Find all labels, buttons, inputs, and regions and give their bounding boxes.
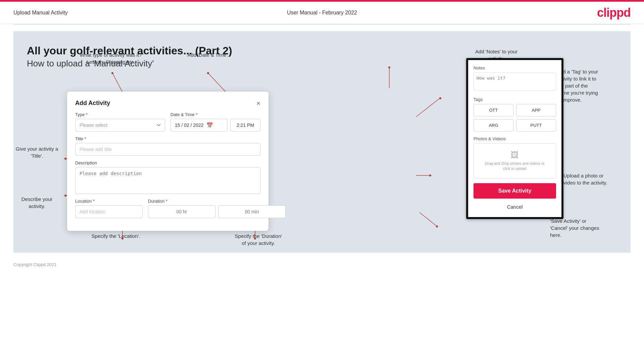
notes-textarea[interactable] bbox=[474, 72, 556, 91]
description-textarea[interactable] bbox=[75, 167, 260, 194]
page-title-header: Upload Manual Activity bbox=[13, 10, 68, 16]
type-label: Type * bbox=[75, 112, 165, 117]
save-activity-button[interactable]: Save Activity bbox=[474, 183, 556, 199]
upload-icon: 🖼 bbox=[481, 150, 549, 160]
footer: Copyright Clippd 2021 bbox=[0, 259, 644, 270]
type-select[interactable]: Please select bbox=[75, 119, 165, 132]
tags-label: Tags bbox=[474, 97, 556, 102]
location-input[interactable] bbox=[75, 205, 143, 218]
location-label: Location * bbox=[75, 199, 143, 204]
svg-point-17 bbox=[429, 174, 431, 176]
modal-close-button[interactable]: × bbox=[256, 100, 260, 107]
annotation-date-time: Add 'Date & Time'. bbox=[178, 51, 238, 58]
tags-section: Tags OTT APP ARG PUTT bbox=[474, 97, 556, 132]
modal-title: Add Activity bbox=[75, 100, 110, 107]
annotation-tag: Add a 'Tag' to your activity to link it … bbox=[557, 68, 631, 103]
minutes-input[interactable] bbox=[218, 205, 286, 218]
tags-grid: OTT APP ARG PUTT bbox=[474, 104, 556, 132]
description-group: Description bbox=[75, 160, 260, 194]
datetime-group: Date & Time * 15 / 02 / 2022 📅 bbox=[170, 112, 260, 132]
svg-point-7 bbox=[64, 195, 66, 197]
header: Upload Manual Activity User Manual - Feb… bbox=[0, 2, 644, 24]
description-label: Description bbox=[75, 160, 260, 165]
time-input[interactable] bbox=[230, 119, 260, 132]
annotation-activity-type: What type of activity was it? Lesson, Ch… bbox=[77, 51, 144, 65]
photos-upload-area[interactable]: 🖼 Drag and Drop photos and videos or cli… bbox=[474, 143, 556, 178]
annotation-save-cancel: 'Save Activity' or 'Cancel' your changes… bbox=[550, 217, 631, 239]
svg-point-19 bbox=[436, 225, 438, 227]
logo: clippd bbox=[597, 6, 631, 20]
svg-point-5 bbox=[64, 158, 66, 160]
type-datetime-row: Type * Please select Date & Time * 15 / … bbox=[75, 112, 260, 132]
svg-point-15 bbox=[439, 97, 441, 99]
main-content: All your golf-relevant activities... (Pa… bbox=[13, 31, 631, 253]
notes-label: Notes bbox=[474, 65, 556, 70]
manual-title: User Manual - February 2022 bbox=[287, 10, 357, 16]
photos-label: Photos & Videos bbox=[474, 136, 556, 141]
title-label: Title * bbox=[75, 136, 260, 141]
modal-header: Add Activity × bbox=[75, 100, 260, 107]
tag-app[interactable]: APP bbox=[516, 104, 556, 116]
calendar-icon: 📅 bbox=[206, 122, 213, 128]
datetime-label: Date & Time * bbox=[170, 112, 260, 117]
title-group: Title * bbox=[75, 136, 260, 156]
svg-point-1 bbox=[111, 72, 113, 74]
annotation-duration: Specify the 'Duration' of your activity. bbox=[221, 232, 295, 247]
cancel-button[interactable]: Cancel bbox=[474, 202, 556, 212]
header-divider bbox=[13, 24, 631, 24]
photos-section: Photos & Videos 🖼 Drag and Drop photos a… bbox=[474, 136, 556, 178]
duration-group: Duration * bbox=[148, 199, 286, 218]
duration-inputs bbox=[148, 205, 286, 218]
date-input[interactable]: 15 / 02 / 2022 📅 bbox=[170, 119, 228, 132]
hours-input[interactable] bbox=[148, 205, 215, 218]
annotation-title: Give your activity a 'Title'. bbox=[13, 145, 60, 159]
add-activity-modal: Add Activity × Type * Please select Date… bbox=[67, 92, 268, 231]
svg-line-14 bbox=[416, 98, 440, 117]
svg-point-3 bbox=[207, 72, 209, 74]
duration-label: Duration * bbox=[148, 199, 286, 204]
photos-upload-text: Drag and Drop photos and videos or click… bbox=[481, 161, 549, 171]
svg-line-18 bbox=[419, 212, 436, 226]
annotation-location: Specify the 'Location'. bbox=[86, 232, 146, 240]
annotation-upload: Upload a photo or video to the activity. bbox=[563, 172, 631, 186]
tag-ott[interactable]: OTT bbox=[474, 104, 513, 116]
location-duration-row: Location * Duration * bbox=[75, 199, 260, 218]
location-group: Location * bbox=[75, 199, 143, 218]
annotation-description: Describe your activity. bbox=[13, 196, 60, 210]
tag-putt[interactable]: PUTT bbox=[516, 119, 556, 132]
phone-panel: Notes Tags OTT APP ARG PUTT Photos & Vid… bbox=[466, 58, 563, 219]
copyright-text: Copyright Clippd 2021 bbox=[13, 262, 57, 267]
type-group: Type * Please select bbox=[75, 112, 165, 132]
tag-arg[interactable]: ARG bbox=[474, 119, 513, 132]
title-input[interactable] bbox=[75, 143, 260, 156]
